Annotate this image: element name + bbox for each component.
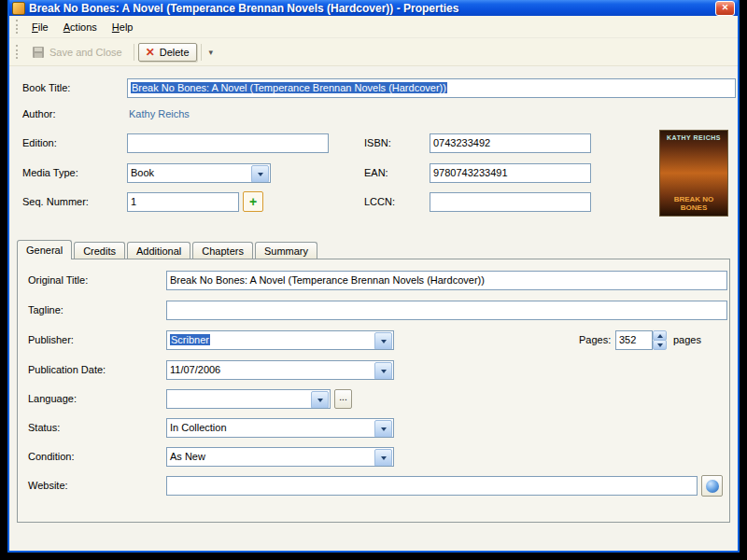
menu-file[interactable]: File [24, 19, 56, 35]
toolbar-overflow-button[interactable]: ▾ [205, 46, 218, 59]
pages-decrement-button[interactable] [653, 340, 667, 350]
pages-input[interactable]: 352 [615, 330, 653, 350]
original-title-value: Break No Bones: A Novel (Temperance Bren… [170, 274, 485, 286]
publisher-label: Publisher: [28, 334, 74, 345]
tab-chapters[interactable]: Chapters [192, 242, 253, 259]
website-input[interactable] [166, 476, 698, 496]
tab-additional[interactable]: Additional [127, 242, 190, 259]
isbn-input[interactable]: 0743233492 [430, 133, 591, 153]
media-type-label: Media Type: [22, 167, 78, 178]
publication-date-label: Publication Date: [28, 364, 106, 375]
tab-credits[interactable]: Credits [74, 242, 125, 259]
media-type-select[interactable]: Book [127, 163, 271, 183]
original-title-input[interactable]: Break No Bones: A Novel (Temperance Bren… [166, 271, 727, 290]
ean-value: 9780743233491 [433, 167, 508, 178]
general-tab-panel: Original Title: Break No Bones: A Novel … [17, 259, 730, 523]
tagline-input[interactable] [166, 301, 727, 320]
condition-value: As New [170, 451, 205, 462]
chevron-down-icon[interactable] [311, 391, 329, 409]
toolbar-separator [134, 44, 134, 61]
website-go-button[interactable] [701, 475, 723, 497]
titlebar: Break No Bones: A Novel (Temperance Bren… [9, 0, 738, 16]
book-title-input[interactable]: Break No Bones: A Novel (Temperance Bren… [127, 78, 736, 98]
seq-number-label: Seq. Nummer: [22, 196, 89, 207]
lccn-label: LCCN: [364, 196, 395, 207]
condition-select[interactable]: As New [166, 447, 394, 467]
window-title: Break No Bones: A Novel (Temperance Bren… [29, 2, 712, 15]
publication-date-select[interactable]: 11/07/2006 [166, 360, 394, 380]
toolbar-grip[interactable] [16, 45, 21, 59]
delete-icon: ✕ [146, 47, 155, 58]
publication-date-value: 11/07/2006 [170, 364, 220, 375]
publisher-selected-text: Scribner [170, 334, 210, 345]
seq-number-value: 1 [131, 196, 136, 207]
media-type-value: Book [131, 167, 154, 178]
seq-number-input[interactable]: 1 [127, 192, 239, 212]
edition-label: Edition: [22, 137, 57, 148]
menu-help[interactable]: Help [105, 19, 141, 35]
language-browse-button[interactable]: ... [334, 389, 352, 409]
isbn-value: 0743233492 [433, 137, 490, 148]
toolbar-separator-2 [201, 44, 202, 61]
language-label: Language: [28, 393, 77, 404]
status-label: Status: [28, 422, 60, 433]
condition-label: Condition: [28, 451, 75, 462]
chevron-down-icon[interactable] [374, 449, 392, 467]
edition-input[interactable] [127, 133, 329, 153]
cover-title-text: BREAK NO BONES [662, 195, 726, 212]
chevron-down-icon[interactable] [251, 165, 269, 183]
tab-strip: General Credits Additional Chapters Summ… [17, 240, 319, 259]
properties-window: Break No Bones: A Novel (Temperance Bren… [7, 0, 740, 553]
book-title-selected-text: Break No Bones: A Novel (Temperance Bren… [131, 82, 447, 93]
toolbar: Save and Close ✕ Delete ▾ [9, 38, 738, 66]
author-label: Author: [22, 108, 55, 119]
delete-button[interactable]: ✕ Delete [138, 43, 197, 62]
ean-input[interactable]: 9780743233491 [430, 163, 591, 183]
chevron-down-icon[interactable] [374, 420, 392, 438]
language-select[interactable] [166, 389, 331, 409]
tagline-label: Tagline: [28, 304, 63, 315]
globe-icon [706, 480, 719, 493]
author-link[interactable]: Kathy Reichs [129, 108, 190, 119]
status-value: In Collection [170, 422, 227, 433]
save-and-close-label: Save and Close [49, 47, 122, 58]
app-icon [12, 2, 25, 15]
ean-label: EAN: [364, 167, 388, 178]
cover-author-text: KATHY REICHS [667, 134, 721, 141]
pages-suffix-label: pages [673, 334, 701, 345]
save-and-close-button[interactable]: Save and Close [24, 42, 130, 63]
tab-general[interactable]: General [17, 240, 72, 259]
isbn-label: ISBN: [364, 137, 391, 148]
save-icon [32, 46, 45, 59]
status-select[interactable]: In Collection [166, 418, 394, 438]
lccn-input[interactable] [430, 192, 591, 212]
publisher-select[interactable]: Scribner [166, 330, 394, 350]
menubar: File Actions Help [9, 16, 738, 38]
pages-label: Pages: [579, 334, 611, 345]
add-icon: + [249, 195, 257, 208]
book-title-label: Book Title: [22, 82, 70, 93]
tab-summary[interactable]: Summary [255, 242, 317, 259]
original-title-label: Original Title: [28, 274, 88, 286]
menubar-grip[interactable] [16, 20, 21, 34]
pages-value: 352 [619, 334, 636, 345]
chevron-down-icon[interactable] [374, 362, 392, 380]
book-cover[interactable]: KATHY REICHS BREAK NO BONES [659, 130, 728, 217]
delete-label: Delete [160, 47, 190, 58]
seq-add-button[interactable]: + [243, 191, 263, 212]
website-label: Website: [28, 480, 68, 491]
menu-actions[interactable]: Actions [56, 19, 105, 35]
chevron-down-icon[interactable] [374, 332, 392, 350]
close-button[interactable]: ✕ [715, 1, 735, 16]
